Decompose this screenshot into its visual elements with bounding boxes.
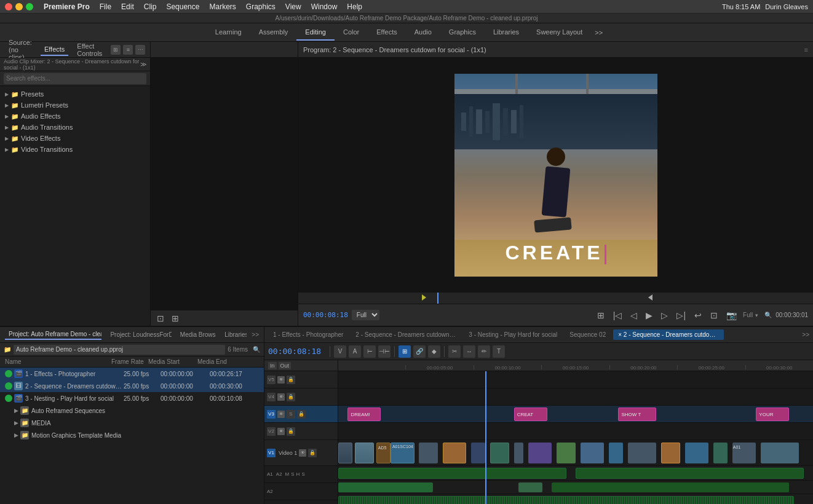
v5-eye[interactable]: 👁: [277, 376, 285, 384]
category-presets[interactable]: ▶ 📁 Presets: [0, 89, 150, 100]
effects-tab[interactable]: Effects: [41, 44, 68, 56]
v1-clip-14[interactable]: [628, 443, 656, 463]
a1-solo[interactable]: S: [291, 471, 294, 477]
play-button[interactable]: ▶: [643, 309, 655, 321]
v1-clip-2[interactable]: [355, 443, 374, 463]
source-ctrl-btn2[interactable]: ⊞: [169, 312, 181, 325]
v2-lock[interactable]: 🔒: [287, 427, 295, 436]
v1-clip-13[interactable]: [609, 443, 623, 463]
markers-menu[interactable]: Markers: [205, 1, 240, 12]
tab-graphics[interactable]: Graphics: [440, 25, 485, 41]
tab-libraries[interactable]: Libraries: [485, 25, 528, 41]
tl-tab-active[interactable]: × 2 - Sequence - Dreamers cutdown for so…: [613, 329, 724, 340]
a1-level[interactable]: S: [301, 471, 304, 477]
project-tab-media-browser[interactable]: Media Browser: [176, 330, 216, 339]
tl-tab-seq02[interactable]: Sequence 02: [565, 329, 611, 340]
category-audio-transitions[interactable]: ▶ 📁 Audio Transitions: [0, 122, 150, 133]
workspace-more-button[interactable]: >>: [591, 26, 606, 39]
v2-eye[interactable]: 👁: [277, 428, 285, 435]
v5-lock[interactable]: 🔒: [287, 376, 295, 384]
track-select-tool[interactable]: A: [349, 345, 361, 358]
project-search-icon[interactable]: 🔍: [253, 346, 260, 353]
clip-show[interactable]: SHOW T: [618, 408, 656, 421]
category-lumetri[interactable]: ▶ 📁 Lumetri Presets: [0, 100, 150, 111]
v1-clip-18[interactable]: A01: [732, 443, 756, 463]
v1-clip-9[interactable]: [514, 443, 523, 463]
a1-clip-1[interactable]: [338, 468, 566, 479]
tl-tab-3[interactable]: 3 - Nesting - Play Hard for social: [464, 329, 562, 340]
project-item-media[interactable]: ▶ 📁 MEDIA: [0, 417, 264, 429]
v1-clip-16[interactable]: [685, 443, 709, 463]
window-menu[interactable]: Window: [307, 1, 342, 12]
effect-controls-tab[interactable]: Effect Controls: [73, 41, 106, 59]
ripple-edit-tool[interactable]: ⊢: [363, 345, 376, 358]
clip-dream[interactable]: DREAM!: [347, 408, 381, 421]
close-button[interactable]: [5, 3, 12, 10]
project-tab-main[interactable]: Project: Auto Reframe Demo - cleaned up: [5, 329, 101, 340]
v1-eye[interactable]: 👁: [299, 449, 306, 457]
v1-clip-12[interactable]: [581, 443, 605, 463]
tl-timecode[interactable]: 00:00:08:18: [268, 347, 321, 356]
v1-clip-15[interactable]: [661, 443, 680, 463]
v4-toggle[interactable]: V4: [267, 393, 276, 401]
project-panel-more[interactable]: >>: [252, 331, 259, 338]
v1-clip-5[interactable]: [419, 443, 438, 463]
tab-sweeny[interactable]: Sweeny Layout: [528, 25, 591, 41]
file-menu[interactable]: File: [95, 1, 116, 12]
category-audio-effects[interactable]: ▶ 📁 Audio Effects: [0, 111, 150, 122]
project-tab-loudness[interactable]: Project: LoudnessForDurin: [106, 330, 171, 339]
tab-editing[interactable]: Editing: [296, 25, 335, 41]
step-back-button[interactable]: ◁: [628, 309, 640, 321]
edit-menu[interactable]: Edit: [117, 1, 138, 12]
pen-tool[interactable]: ✏: [478, 345, 490, 358]
view-menu[interactable]: View: [281, 1, 306, 12]
add-marker-tl[interactable]: ◆: [428, 345, 440, 358]
zoom-dropdown[interactable]: ▾: [755, 312, 758, 318]
a1-clip-2[interactable]: [576, 468, 804, 479]
v3-sync[interactable]: S: [287, 410, 295, 419]
fit-selector[interactable]: Full 1/2 1/4: [352, 310, 379, 320]
category-video-transitions[interactable]: ▶ 📁 Video Transitions: [0, 144, 150, 155]
a2-clip-2[interactable]: [518, 482, 542, 492]
tab-audio[interactable]: Audio: [406, 25, 440, 41]
text-tool[interactable]: T: [493, 345, 505, 358]
sequence-menu[interactable]: Sequence: [162, 1, 204, 12]
v1-clip-11[interactable]: [557, 443, 576, 463]
a3-clip-1[interactable]: [338, 496, 794, 504]
a2-clip-3[interactable]: [552, 482, 789, 492]
v4-lock[interactable]: 🔒: [287, 393, 295, 401]
clip-create[interactable]: CREAT: [514, 408, 547, 421]
v1-clip-4[interactable]: A01SC104: [391, 443, 414, 463]
program-scrubber[interactable]: [298, 293, 813, 304]
a1-mute[interactable]: M: [285, 471, 290, 477]
next-keyframe-button[interactable]: ▷|: [674, 309, 688, 321]
rolling-edit-tool[interactable]: ⊣⊢: [378, 345, 391, 358]
snap-button[interactable]: ⊞: [399, 345, 411, 358]
panel-icon-3[interactable]: ⋯: [135, 45, 145, 55]
category-video-effects[interactable]: ▶ 📁 Video Effects: [0, 133, 150, 144]
a2-clip-1[interactable]: [338, 482, 433, 492]
v1-clip-3[interactable]: AD5: [376, 443, 391, 463]
project-tab-libraries[interactable]: Libraries: [221, 330, 247, 339]
panel-icon-1[interactable]: ⊞: [111, 45, 121, 55]
safe-margins-button[interactable]: ⊡: [708, 309, 720, 321]
effects-search-input[interactable]: [4, 73, 146, 84]
tl-tab-1[interactable]: 1 - Effects - Photographer: [268, 329, 348, 340]
project-item-auto-reframed[interactable]: ▶ 📁 Auto Reframed Sequences: [0, 404, 264, 417]
v5-toggle[interactable]: V5: [267, 376, 276, 384]
tl-more-button[interactable]: >>: [802, 331, 809, 338]
panel-icon-2[interactable]: ≡: [123, 45, 133, 55]
v1-clip-17[interactable]: [713, 443, 728, 463]
export-frame-button[interactable]: 📷: [724, 309, 739, 321]
project-item-2[interactable]: 🎞 2 - Sequence - Dreamers cutdown for s …: [0, 380, 264, 392]
v3-eye[interactable]: 👁: [277, 411, 285, 418]
selection-tool[interactable]: V: [334, 345, 346, 358]
project-item-mg-templates[interactable]: ▶ 📁 Motion Graphics Template Media: [0, 429, 264, 441]
v1-clip-1[interactable]: [338, 443, 352, 463]
tab-assembly[interactable]: Assembly: [250, 25, 297, 41]
minimize-button[interactable]: [15, 3, 23, 10]
linked-sel-button[interactable]: 🔗: [413, 345, 426, 358]
v3-toggle[interactable]: V3: [267, 410, 276, 419]
v1-clip-10[interactable]: [528, 443, 552, 463]
add-marker-button[interactable]: ⊞: [595, 309, 607, 321]
